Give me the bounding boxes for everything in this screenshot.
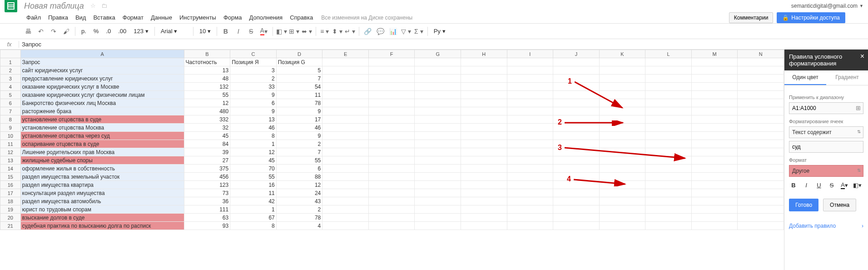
cell[interactable]: 12 — [230, 148, 277, 156]
insert-comment-icon[interactable]: 💬 — [375, 26, 386, 37]
cell[interactable]: 78 — [276, 99, 322, 107]
cell[interactable]: 42 — [230, 197, 277, 205]
cell[interactable]: оказание юридических услуг в Москве — [20, 83, 184, 91]
column-header[interactable]: A — [20, 50, 184, 58]
cell[interactable]: оказание юридических услуг физическим ли… — [20, 91, 184, 99]
cell[interactable]: 123 — [184, 181, 230, 189]
cell[interactable]: 11 — [276, 91, 322, 99]
cell[interactable]: 32 — [184, 124, 230, 132]
cell[interactable]: 132 — [184, 83, 230, 91]
cell[interactable]: 6 — [276, 165, 322, 173]
cell[interactable]: 33 — [230, 83, 277, 91]
range-input[interactable] — [789, 102, 863, 114]
column-header[interactable]: I — [507, 50, 553, 58]
menu-addons[interactable]: Дополнения — [245, 14, 286, 21]
cell[interactable]: 1 — [230, 140, 277, 148]
cell[interactable]: 12 — [184, 99, 230, 107]
document-title[interactable]: Новая таблица — [24, 1, 84, 11]
cell[interactable]: 9 — [230, 107, 277, 115]
fmt-fill-color-icon[interactable]: ◧▾ — [853, 180, 862, 190]
sheets-logo[interactable] — [5, 0, 17, 12]
cell[interactable]: 84 — [184, 140, 230, 148]
insert-chart-icon[interactable]: 📊 — [388, 26, 399, 37]
cell[interactable]: 7 — [276, 75, 322, 83]
row-header[interactable]: 6 — [0, 99, 21, 107]
cell[interactable]: 55 — [230, 173, 277, 181]
menu-format[interactable]: Формат — [119, 14, 147, 21]
insert-link-icon[interactable]: 🔗 — [362, 26, 373, 37]
fill-color-icon[interactable]: ◧ ▾ — [276, 26, 287, 37]
cell[interactable]: установление отцовства Москва — [20, 124, 184, 132]
cell[interactable]: 67 — [230, 214, 277, 222]
cell[interactable]: Запрос — [20, 58, 184, 66]
column-header[interactable]: C — [230, 50, 277, 58]
condition-value-input[interactable] — [789, 141, 863, 153]
menu-form[interactable]: Форма — [220, 14, 246, 21]
column-header[interactable]: N — [738, 50, 784, 58]
cell[interactable]: 36 — [184, 197, 230, 205]
fmt-text-color-icon[interactable]: A▾ — [840, 180, 849, 190]
borders-icon[interactable]: ⊞ ▾ — [289, 26, 300, 37]
cell[interactable]: установление отцовства в суде — [20, 115, 184, 124]
cell[interactable]: предоставление юридических услуг — [20, 75, 184, 83]
row-header[interactable]: 1 — [0, 58, 21, 66]
cell[interactable]: 7 — [276, 148, 322, 156]
cell[interactable]: 8 — [230, 222, 277, 230]
row-header[interactable]: 7 — [0, 107, 21, 115]
user-account[interactable]: semanticdigital@gmail.com ▼ — [791, 3, 863, 9]
fmt-bold-icon[interactable]: B — [789, 180, 798, 190]
share-button[interactable]: 🔒 Настройки доступа — [777, 12, 845, 23]
italic-icon[interactable]: I — [233, 26, 244, 37]
v-align-icon[interactable]: ⬍ ▾ — [332, 26, 343, 37]
cell[interactable]: 4 — [276, 222, 322, 230]
column-header[interactable]: M — [691, 50, 738, 58]
cell[interactable]: 332 — [184, 115, 230, 124]
menu-help[interactable]: Справка — [286, 14, 317, 21]
cell[interactable]: 456 — [184, 173, 230, 181]
cell[interactable]: расторжение брака — [20, 107, 184, 115]
fmt-underline-icon[interactable]: U — [814, 180, 823, 190]
star-icon[interactable]: ☆ — [90, 2, 98, 10]
cell[interactable]: 9 — [230, 91, 277, 99]
cancel-button[interactable]: Отмена — [823, 199, 856, 211]
format-preset-select[interactable]: Другое — [789, 165, 863, 177]
strikethrough-icon[interactable]: S — [246, 26, 257, 37]
cell[interactable]: 78 — [276, 214, 322, 222]
cell[interactable]: 45 — [230, 156, 277, 165]
column-header[interactable]: D — [276, 50, 322, 58]
close-icon[interactable]: × — [860, 52, 864, 60]
cell[interactable]: 13 — [230, 115, 277, 124]
cell[interactable]: 8 — [230, 132, 277, 140]
cell[interactable]: 55 — [184, 91, 230, 99]
cell[interactable]: 5 — [276, 66, 322, 75]
cell[interactable]: 39 — [184, 148, 230, 156]
cell[interactable]: 43 — [276, 197, 322, 205]
cell[interactable]: 16 — [230, 181, 277, 189]
cell[interactable]: Позиция Я — [230, 58, 277, 66]
cell[interactable]: 480 — [184, 107, 230, 115]
row-header[interactable]: 9 — [0, 124, 21, 132]
increase-decimal[interactable]: .00 — [115, 28, 129, 35]
add-rule-link[interactable]: Добавить правило› — [789, 223, 863, 229]
cell[interactable]: 9 — [276, 132, 322, 140]
row-header[interactable]: 13 — [0, 156, 21, 165]
cell[interactable]: 11 — [230, 189, 277, 197]
cell[interactable]: 46 — [276, 124, 322, 132]
comments-button[interactable]: Комментарии — [729, 12, 774, 23]
paint-format-icon[interactable]: 🖌 — [61, 26, 72, 37]
cell[interactable]: 17 — [276, 115, 322, 124]
more-formats[interactable]: 123 ▾ — [131, 28, 151, 35]
cell[interactable]: 93 — [184, 222, 230, 230]
spreadsheet-grid[interactable]: ABCDEFGHIJKLMN1ЗапросЧастотностьПозиция … — [0, 50, 784, 270]
text-wrap-icon[interactable]: ↵ ▾ — [345, 26, 356, 37]
row-header[interactable]: 3 — [0, 75, 21, 83]
currency-format[interactable]: p. — [79, 28, 89, 35]
row-header[interactable]: 8 — [0, 115, 21, 124]
cell[interactable]: раздел имущества земельный участок — [20, 173, 184, 181]
column-header[interactable]: E — [322, 50, 369, 58]
cell[interactable]: 6 — [230, 99, 277, 107]
cell[interactable]: 12 — [276, 181, 322, 189]
tab-single-color[interactable]: Один цвет — [784, 70, 826, 85]
cell[interactable]: сайт юридических услуг — [20, 66, 184, 75]
input-lang[interactable]: Ру ▾ — [431, 28, 448, 35]
